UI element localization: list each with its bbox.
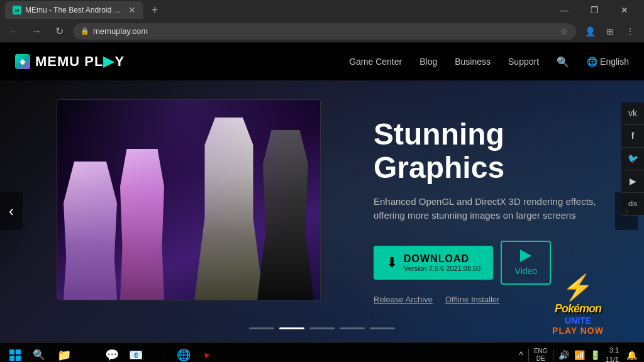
- prev-slide-button[interactable]: ‹: [0, 192, 23, 230]
- language-selector[interactable]: 🌐 English: [587, 57, 629, 67]
- volume-icon[interactable]: 🔊: [558, 350, 569, 360]
- download-button[interactable]: ⬇ DOWNLOAD Version 7.5.6 2021.08.03: [374, 246, 493, 280]
- discord-icon[interactable]: dis: [621, 193, 644, 216]
- url-right-icons: ☆: [560, 26, 569, 36]
- hero-section: ‹ › Stunning Graphics Enhanced OpenGL an…: [0, 80, 644, 342]
- tab-favicon: M: [13, 6, 21, 14]
- nav-links: Game Center Blog Business Support 🔍 🌐 En…: [349, 56, 629, 68]
- start-button[interactable]: [5, 345, 25, 363]
- hero-title-line1: Stunning: [374, 118, 613, 151]
- menu-icon[interactable]: ⋮: [621, 23, 639, 40]
- extensions-icon[interactable]: ⊞: [601, 23, 619, 40]
- taskbar-search-button[interactable]: 🔍: [29, 345, 49, 363]
- tab-close-button[interactable]: ✕: [128, 5, 136, 15]
- teams-icon[interactable]: 💬: [101, 344, 123, 363]
- search-icon[interactable]: 🔍: [557, 56, 569, 68]
- dot-3[interactable]: [309, 327, 335, 329]
- windows-logo: [9, 349, 21, 361]
- edge-icon[interactable]: 🌐: [172, 344, 195, 363]
- close-button[interactable]: ✕: [610, 0, 639, 20]
- download-text: DOWNLOAD Version 7.5.6 2021.08.03: [404, 253, 480, 272]
- pokemon-unite: UNITE: [540, 315, 616, 326]
- youtube-icon[interactable]: ▶: [621, 170, 644, 193]
- time-display: 3:1: [606, 346, 619, 354]
- offline-installer-link[interactable]: Offline Installer: [445, 295, 499, 304]
- battery-icon[interactable]: 🔋: [590, 350, 601, 360]
- win-logo-sq1: [9, 349, 14, 354]
- social-bar: vk f 🐦 ▶ dis: [621, 102, 644, 216]
- language-label: English: [600, 57, 629, 67]
- dot-1[interactable]: [249, 327, 274, 329]
- win-logo-sq3: [9, 356, 14, 361]
- vk-icon[interactable]: vk: [621, 102, 644, 125]
- dot-2[interactable]: [279, 327, 304, 329]
- slider-dots: [249, 327, 395, 329]
- window-controls: — ❐ ✕: [550, 0, 639, 20]
- taskbar-right: ^ ENG DE 🔊 📶 🔋 3:1 11/1 🔔: [519, 346, 639, 362]
- logo-icon: ◈: [15, 54, 30, 69]
- minimize-button[interactable]: —: [550, 0, 579, 20]
- browser-chrome: M MEmu - The Best Android Emula... ✕ + —…: [0, 0, 644, 43]
- email-icon[interactable]: 📧: [125, 344, 147, 363]
- dot-4[interactable]: [340, 327, 365, 329]
- clock[interactable]: 3:1 11/1: [606, 346, 619, 362]
- profile-icon[interactable]: 👤: [581, 23, 599, 40]
- win-logo-sq4: [16, 356, 21, 361]
- logo[interactable]: ◈ MEMU PL▶Y: [15, 53, 125, 70]
- file-explorer-icon[interactable]: 📁: [53, 344, 75, 363]
- game-screenshot: [57, 99, 321, 300]
- play-icon: [520, 250, 531, 262]
- taskbar-icons: 📁 ⊞ 💬 📧 ● 🌐 ▶: [53, 344, 219, 363]
- taskbar-sep-2: [553, 349, 553, 361]
- nav-game-center[interactable]: Game Center: [349, 57, 402, 67]
- restore-button[interactable]: ❐: [580, 0, 609, 20]
- website: ◈ MEMU PL▶Y Game Center Blog Business Su…: [0, 43, 644, 342]
- dot-5[interactable]: [370, 327, 395, 329]
- globe-icon: 🌐: [587, 57, 597, 67]
- up-arrow-icon[interactable]: ^: [519, 350, 523, 360]
- network-icon[interactable]: 📶: [574, 350, 585, 360]
- lang-de: DE: [536, 355, 545, 363]
- new-tab-button[interactable]: +: [146, 1, 164, 19]
- download-icon: ⬇: [386, 255, 397, 271]
- browser-tab[interactable]: M MEmu - The Best Android Emula... ✕: [5, 1, 143, 19]
- nav-support[interactable]: Support: [508, 57, 539, 67]
- task-view-icon[interactable]: ⊞: [77, 344, 99, 363]
- nav-business[interactable]: Business: [455, 57, 491, 67]
- chrome-icon[interactable]: ●: [148, 344, 171, 363]
- pikachu-emoji: ⚡: [540, 273, 616, 302]
- logo-play-icon: ▶: [103, 53, 114, 69]
- system-icons: ^: [519, 350, 523, 360]
- site-nav: ◈ MEMU PL▶Y Game Center Blog Business Su…: [0, 43, 644, 80]
- character-4: [257, 130, 314, 300]
- hero-title-line2: Graphics: [374, 151, 613, 185]
- pokemon-promo[interactable]: ⚡ Pokémon UNITE PLAY NOW: [540, 273, 616, 336]
- title-bar: M MEmu - The Best Android Emula... ✕ + —…: [0, 0, 644, 20]
- tab-area: M MEmu - The Best Android Emula... ✕ +: [5, 1, 550, 19]
- youtube-sub-icon[interactable]: ▶: [196, 344, 219, 363]
- notification-icon[interactable]: 🔔: [624, 348, 639, 363]
- forward-button[interactable]: →: [28, 23, 45, 40]
- refresh-button[interactable]: ↻: [50, 23, 68, 40]
- back-button[interactable]: ←: [5, 23, 23, 40]
- toolbar-icons: 👤 ⊞ ⋮: [581, 23, 639, 40]
- date-display: 11/1: [606, 355, 619, 363]
- pokemon-name: Pokémon: [540, 302, 616, 315]
- url-bar[interactable]: 🔒 memuplay.com ☆: [73, 23, 576, 40]
- video-label: Video: [515, 266, 538, 276]
- facebook-icon[interactable]: f: [621, 125, 644, 148]
- taskbar: 🔍 📁 ⊞ 💬 📧 ● 🌐 ▶ ^ ENG DE 🔊 📶 🔋 3:1 11/1 …: [0, 342, 644, 362]
- character-2: [120, 149, 164, 300]
- twitter-icon[interactable]: 🐦: [621, 148, 644, 170]
- bookmark-icon[interactable]: ☆: [560, 26, 569, 36]
- url-text: memuplay.com: [93, 26, 557, 36]
- hero-title: Stunning Graphics: [374, 118, 613, 185]
- lang-eng: ENG: [534, 348, 548, 355]
- language-indicator[interactable]: ENG DE: [534, 348, 548, 363]
- nav-blog[interactable]: Blog: [419, 57, 437, 67]
- lock-icon: 🔒: [80, 27, 89, 35]
- win-logo-sq2: [16, 349, 21, 354]
- taskbar-sep-1: [528, 349, 529, 361]
- download-version: Version 7.5.6 2021.08.03: [404, 265, 480, 272]
- release-archive-link[interactable]: Release Archive: [374, 295, 433, 304]
